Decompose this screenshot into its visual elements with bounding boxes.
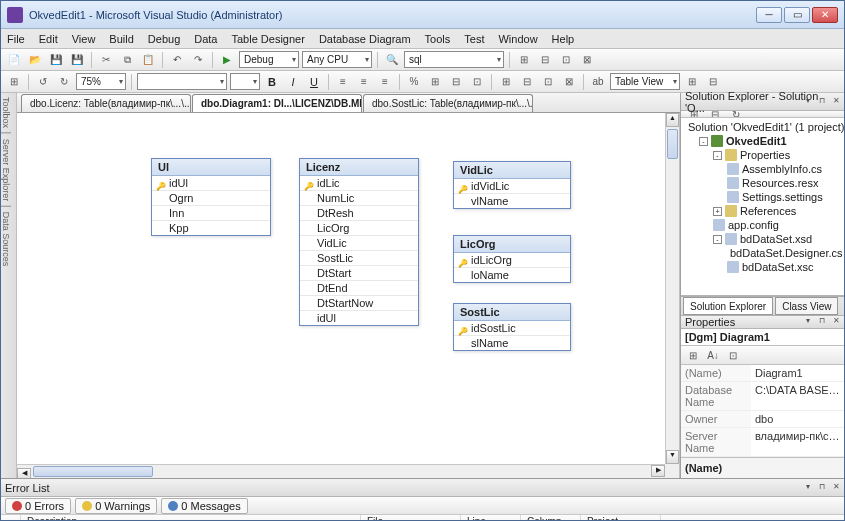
tb-icon[interactable]: % (405, 73, 423, 91)
close-icon[interactable]: ✕ (830, 316, 842, 328)
tb-icon[interactable]: ⊡ (468, 73, 486, 91)
column-header[interactable]: Column (521, 515, 581, 521)
underline-icon[interactable]: U (305, 73, 323, 91)
cut-icon[interactable]: ✂ (97, 51, 115, 69)
table-column[interactable]: Kpp (152, 221, 270, 235)
table-column[interactable]: loName (454, 268, 570, 282)
alpha-icon[interactable]: A↓ (704, 346, 722, 364)
solution-tree[interactable]: Solution 'OkvedEdit1' (1 project) -Okved… (681, 118, 844, 296)
tab-class-view[interactable]: Class View (775, 297, 838, 315)
left-dock[interactable]: Toolbox │ Server Explorer │ Data Sources (1, 93, 17, 478)
menu-tools[interactable]: Tools (425, 33, 451, 45)
find-icon[interactable]: 🔍 (383, 51, 401, 69)
table-column[interactable]: Ogrn (152, 191, 270, 206)
tab-licenz-table[interactable]: dbo.Licenz: Table(владимир-пк\...\...) (21, 94, 191, 112)
diagram-canvas[interactable]: SostLicidSostLicslNameLicOrgidLicOrgloNa… (17, 113, 680, 478)
menu-help[interactable]: Help (552, 33, 575, 45)
column-header[interactable] (1, 515, 21, 521)
tb-icon[interactable]: ⊟ (447, 73, 465, 91)
table-column[interactable]: DtEnd (300, 281, 418, 296)
tb-icon[interactable]: ⊞ (683, 73, 701, 91)
table-column[interactable]: idUl (300, 311, 418, 325)
tb-icon[interactable]: ab (589, 73, 607, 91)
db-table-ul[interactable]: UlidUlOgrnInnKpp (151, 158, 271, 236)
solution-root[interactable]: Solution 'OkvedEdit1' (1 project) (688, 121, 844, 133)
italic-icon[interactable]: I (284, 73, 302, 91)
menu-database-diagram[interactable]: Database Diagram (319, 33, 411, 45)
table-header[interactable]: SostLic (454, 304, 570, 321)
tree-item[interactable]: Settings.settings (742, 191, 823, 203)
tableview-combo[interactable]: Table View (610, 73, 680, 90)
db-table-sostlic[interactable]: SostLicidSostLicslName (453, 303, 571, 351)
table-column[interactable]: DtResh (300, 206, 418, 221)
project-node[interactable]: OkvedEdit1 (726, 135, 787, 147)
table-header[interactable]: Ul (152, 159, 270, 176)
bold-icon[interactable]: B (263, 73, 281, 91)
db-table-licorg[interactable]: LicOrgidLicOrgloName (453, 235, 571, 283)
dropdown-icon[interactable]: ▾ (802, 96, 814, 108)
references-node[interactable]: References (740, 205, 796, 217)
align-center-icon[interactable]: ≡ (355, 73, 373, 91)
save-icon[interactable]: 💾 (47, 51, 65, 69)
tb-icon[interactable]: ⊞ (426, 73, 444, 91)
column-header[interactable]: Project (581, 515, 661, 521)
table-column[interactable]: LicOrg (300, 221, 418, 236)
close-button[interactable]: ✕ (812, 7, 838, 23)
table-column[interactable]: vlName (454, 194, 570, 208)
sql-combo[interactable]: sql (404, 51, 504, 68)
tb-icon[interactable]: ⊟ (704, 73, 722, 91)
redo-icon[interactable]: ↷ (189, 51, 207, 69)
menu-data[interactable]: Data (194, 33, 217, 45)
table-column[interactable]: slName (454, 336, 570, 350)
dropdown-icon[interactable]: ▾ (802, 316, 814, 328)
menu-view[interactable]: View (72, 33, 96, 45)
tree-item[interactable]: app.config (728, 219, 779, 231)
table-column[interactable]: idSostLic (454, 321, 570, 336)
table-column[interactable]: idLic (300, 176, 418, 191)
tree-item[interactable]: Resources.resx (742, 177, 818, 189)
tb-icon2[interactable]: ⊡ (557, 51, 575, 69)
close-icon[interactable]: ✕ (830, 482, 842, 494)
tab-sostlic-table[interactable]: dbo.SostLic: Table(владимир-пк\...\...) (363, 94, 533, 112)
menu-edit[interactable]: Edit (39, 33, 58, 45)
table-column[interactable]: idLicOrg (454, 253, 570, 268)
toolbox-icon[interactable]: ⊞ (515, 51, 533, 69)
table-column[interactable]: SostLic (300, 251, 418, 266)
vertical-scrollbar[interactable]: ▲▼ (665, 113, 679, 464)
minimize-button[interactable]: ─ (756, 7, 782, 23)
horizontal-scrollbar[interactable]: ◀▶ (17, 464, 665, 478)
column-header[interactable]: File (361, 515, 461, 521)
save-all-icon[interactable]: 💾 (68, 51, 86, 69)
undo-icon[interactable]: ↶ (168, 51, 186, 69)
table-column[interactable]: DtStart (300, 266, 418, 281)
table-header[interactable]: Licenz (300, 159, 418, 176)
tb-icon3[interactable]: ⊠ (578, 51, 596, 69)
pin-icon[interactable]: ⊓ (816, 316, 828, 328)
categorize-icon[interactable]: ⊞ (684, 346, 702, 364)
tb-icon[interactable]: ⊞ (5, 73, 23, 91)
error-filter[interactable]: 0 Messages (161, 498, 247, 514)
column-header[interactable]: Line (461, 515, 521, 521)
property-row[interactable]: Server Nameвладимир-пк\cf37a0 (681, 428, 844, 457)
tab-solution-explorer[interactable]: Solution Explorer (683, 297, 773, 315)
align-left-icon[interactable]: ≡ (334, 73, 352, 91)
menu-test[interactable]: Test (464, 33, 484, 45)
error-filter[interactable]: 0 Warnings (75, 498, 157, 514)
new-project-icon[interactable]: 📄 (5, 51, 23, 69)
pin-icon[interactable]: ⊓ (816, 482, 828, 494)
pin-icon[interactable]: ⊓ (816, 96, 828, 108)
properties-grid[interactable]: (Name)Diagram1Database NameC:\DATA BASES… (681, 365, 844, 457)
table-header[interactable]: LicOrg (454, 236, 570, 253)
expand-icon[interactable]: + (713, 207, 722, 216)
menu-build[interactable]: Build (109, 33, 133, 45)
open-icon[interactable]: 📂 (26, 51, 44, 69)
platform-combo[interactable]: Any CPU (302, 51, 372, 68)
dropdown-icon[interactable]: ▾ (802, 482, 814, 494)
properties-node[interactable]: Properties (740, 149, 790, 161)
tb-icon[interactable]: ↻ (55, 73, 73, 91)
tb-icon[interactable]: ⊡ (539, 73, 557, 91)
property-row[interactable]: Ownerdbo (681, 411, 844, 428)
table-header[interactable]: VidLic (454, 162, 570, 179)
tb-icon[interactable]: ⊟ (518, 73, 536, 91)
menu-debug[interactable]: Debug (148, 33, 180, 45)
